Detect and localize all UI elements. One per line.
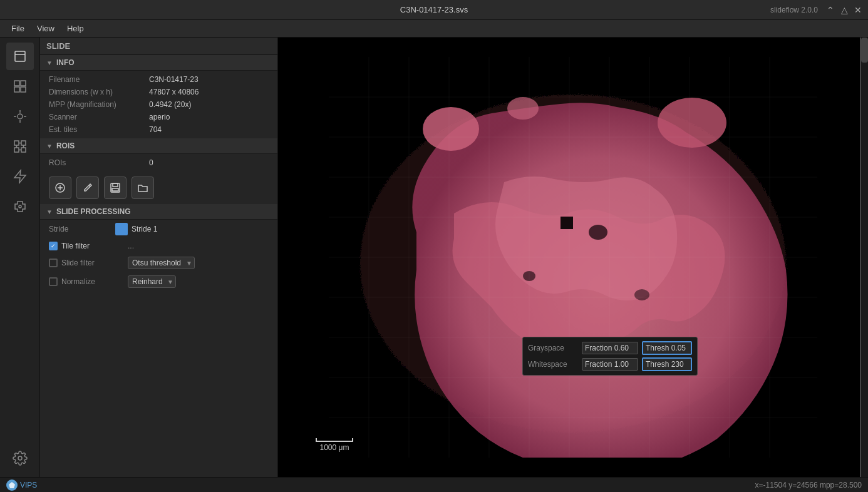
info-row-dimensions: Dimensions (w x h) 47807 x 40806 bbox=[40, 86, 277, 98]
grayspace-thresh-input[interactable] bbox=[642, 341, 692, 355]
sidebar-item-puzzle[interactable] bbox=[6, 193, 34, 220]
dimensions-value: 47807 x 40806 bbox=[149, 88, 199, 96]
statusbar-coords: x=-11504 y=24566 mpp=28.500 bbox=[755, 481, 862, 489]
sidebar-item-model[interactable] bbox=[6, 103, 34, 130]
edit-roi-button[interactable] bbox=[76, 177, 99, 199]
scale-bar: 1000 μm bbox=[316, 441, 353, 452]
scrollbar-thumb[interactable] bbox=[861, 38, 868, 63]
viewport-scrollbar[interactable] bbox=[860, 38, 868, 477]
slide-filter-label: Slide filter bbox=[61, 259, 124, 267]
svg-rect-8 bbox=[21, 141, 26, 145]
svg-rect-52 bbox=[561, 217, 573, 229]
normalize-checkbox[interactable] bbox=[49, 277, 58, 286]
rois-value: 0 bbox=[149, 158, 153, 167]
maximize-button[interactable]: △ bbox=[839, 5, 849, 15]
svg-rect-2 bbox=[14, 81, 19, 86]
rois-section-header[interactable]: ▼ ROIS bbox=[40, 138, 277, 154]
svg-point-30 bbox=[507, 97, 539, 120]
mpp-value: 0.4942 (20x) bbox=[149, 100, 191, 109]
rois-arrow: ▼ bbox=[46, 143, 53, 150]
svg-rect-23 bbox=[113, 183, 118, 187]
sidebar-item-mosaic[interactable] bbox=[6, 133, 34, 160]
svg-rect-9 bbox=[14, 148, 19, 152]
vips-icon bbox=[6, 479, 18, 491]
roi-actions bbox=[40, 172, 277, 204]
save-roi-button[interactable] bbox=[104, 177, 127, 199]
sidebar-item-tile[interactable] bbox=[6, 73, 34, 100]
whitespace-filter-row: Whitespace bbox=[528, 357, 692, 371]
svg-line-21 bbox=[89, 185, 90, 187]
stride-slider[interactable] bbox=[115, 223, 128, 235]
svg-point-16 bbox=[19, 205, 21, 208]
filter-popup: Grayspace Whitespace bbox=[522, 337, 698, 376]
stride-label: Stride bbox=[49, 225, 111, 233]
tile-filter-dots: ... bbox=[128, 242, 134, 250]
rois-row: ROIs 0 bbox=[40, 156, 277, 169]
viewport[interactable]: 1000 μm Grayspace Whitespace bbox=[278, 38, 868, 477]
svg-point-26 bbox=[589, 225, 607, 240]
info-section-label: INFO bbox=[56, 58, 75, 67]
svg-point-6 bbox=[18, 114, 23, 119]
sidebar-item-slide[interactable] bbox=[6, 43, 34, 70]
statusbar: VIPS x=-11504 y=24566 mpp=28.500 bbox=[0, 477, 868, 492]
slide-svg bbox=[329, 57, 817, 458]
tiles-label: Est. tiles bbox=[49, 125, 149, 134]
grayspace-fraction-input[interactable] bbox=[582, 342, 638, 354]
menu-view[interactable]: View bbox=[31, 23, 61, 34]
stride-control: Stride 1 bbox=[115, 223, 157, 235]
menu-file[interactable]: File bbox=[5, 23, 31, 34]
menubar: File View Help bbox=[0, 20, 868, 38]
rois-section-label: ROIS bbox=[56, 141, 75, 150]
rois-table: ROIs 0 bbox=[40, 154, 277, 172]
grayspace-filter-row: Grayspace bbox=[528, 341, 692, 355]
slide-filter-checkbox-area: Slide filter bbox=[49, 259, 124, 267]
dimensions-label: Dimensions (w x h) bbox=[49, 88, 149, 96]
viewport-divider bbox=[860, 38, 860, 477]
scanner-label: Scanner bbox=[49, 113, 149, 121]
sidebar-item-settings[interactable] bbox=[6, 444, 34, 472]
close-button[interactable]: ✕ bbox=[853, 5, 863, 15]
main-layout: SLIDE ▼ INFO Filename C3N-01417-23 Dimen… bbox=[0, 38, 868, 477]
add-roi-button[interactable] bbox=[49, 177, 71, 199]
svg-point-17 bbox=[18, 456, 22, 460]
normalize-label: Normalize bbox=[61, 277, 124, 286]
minimize-button[interactable]: ⌃ bbox=[825, 5, 835, 15]
scanner-value: aperio bbox=[149, 113, 170, 121]
panel-header: SLIDE bbox=[40, 38, 277, 55]
svg-rect-5 bbox=[21, 87, 26, 92]
slide-filter-checkbox[interactable] bbox=[49, 259, 58, 267]
svg-rect-0 bbox=[15, 51, 25, 61]
stride-row: Stride Stride 1 bbox=[40, 220, 277, 238]
menu-help[interactable]: Help bbox=[61, 23, 90, 34]
filename-value: C3N-01417-23 bbox=[149, 75, 199, 84]
svg-rect-24 bbox=[112, 188, 118, 191]
info-section-header[interactable]: ▼ INFO bbox=[40, 55, 277, 71]
scale-bar-label: 1000 μm bbox=[320, 443, 349, 452]
slide-processing-arrow: ▼ bbox=[46, 208, 53, 215]
info-row-mpp: MPP (Magnification) 0.4942 (20x) bbox=[40, 98, 277, 111]
sidebar-bottom bbox=[6, 444, 34, 477]
svg-rect-3 bbox=[21, 81, 26, 86]
slide-processing-label: SLIDE PROCESSING bbox=[56, 207, 131, 216]
whitespace-fraction-input[interactable] bbox=[582, 358, 638, 371]
load-roi-button[interactable] bbox=[132, 177, 154, 199]
normalize-select-wrapper: Reinhard ▼ bbox=[128, 275, 176, 288]
slide-processing-header[interactable]: ▼ SLIDE PROCESSING bbox=[40, 204, 277, 220]
info-row-scanner: Scanner aperio bbox=[40, 111, 277, 123]
window-title: C3N-01417-23.svs bbox=[400, 5, 468, 14]
normalize-select[interactable]: Reinhard bbox=[128, 275, 176, 288]
tile-filter-checkbox[interactable] bbox=[49, 242, 58, 250]
sidebar-item-lightning[interactable] bbox=[6, 163, 34, 190]
slide-filter-row: Slide filter Otsu threshold ▼ bbox=[40, 254, 277, 272]
slide-filter-select-wrapper: Otsu threshold ▼ bbox=[128, 257, 195, 269]
svg-point-31 bbox=[658, 98, 726, 148]
svg-point-28 bbox=[634, 289, 649, 300]
icon-sidebar bbox=[0, 38, 40, 477]
whitespace-label: Whitespace bbox=[528, 360, 578, 369]
mpp-label: MPP (Magnification) bbox=[49, 100, 149, 109]
slide-filter-select[interactable]: Otsu threshold bbox=[128, 257, 195, 269]
whitespace-thresh-input[interactable] bbox=[642, 357, 692, 371]
window-controls: ⌃ △ ✕ bbox=[825, 5, 863, 15]
svg-rect-7 bbox=[14, 141, 19, 145]
filename-label: Filename bbox=[49, 75, 149, 84]
